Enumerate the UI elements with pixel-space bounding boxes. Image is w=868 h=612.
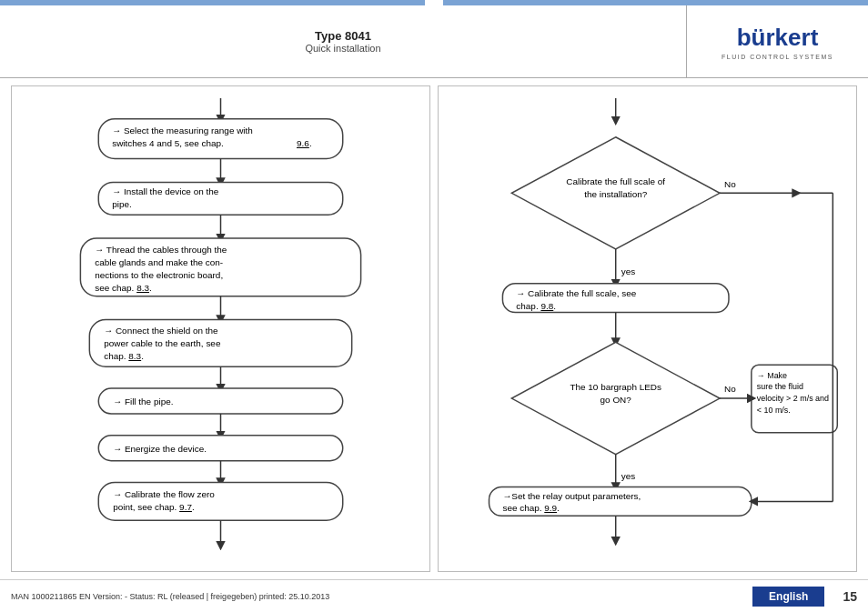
footer-doc-info: MAN 1000211865 EN Version: - Status: RL … [11, 592, 329, 601]
svg-text:chap. 9.8.: chap. 9.8. [516, 301, 556, 311]
svg-text:.: . [309, 138, 312, 148]
doc-title: Type 8041 [315, 29, 371, 43]
svg-text:Calibrate the full scale of: Calibrate the full scale of [566, 176, 665, 186]
svg-text:→    Calibrate the full scale,: → Calibrate the full scale, see [516, 288, 636, 298]
right-diagram-panel: Calibrate the full scale of the installa… [438, 85, 857, 572]
svg-text:→    Calibrate the flow zero: → Calibrate the flow zero [113, 489, 215, 499]
svg-text:yes: yes [621, 471, 635, 481]
svg-text:power cable to the earth, see: power cable to the earth, see [104, 338, 221, 348]
svg-text:→    Install the device on the: → Install the device on the [112, 186, 219, 196]
main-content: → Select the measuring range with switch… [0, 78, 868, 579]
language-badge: English [752, 587, 824, 607]
left-diagram-panel: → Select the measuring range with switch… [11, 85, 430, 572]
svg-text:nections to the electronic boa: nections to the electronic board, [95, 270, 223, 280]
page-number: 15 [843, 589, 857, 604]
logo-tagline: FLUID CONTROL SYSTEMS [722, 54, 833, 60]
svg-text:pipe.: pipe. [112, 199, 132, 209]
header: Type 8041 Quick installation bürkert FLU… [0, 5, 868, 78]
svg-text:→ Energize the device.: → Energize the device. [113, 444, 207, 454]
svg-text:→  Make: → Make [757, 371, 787, 380]
header-right: bürkert FLUID CONTROL SYSTEMS [686, 5, 868, 77]
burkert-logo: bürkert FLUID CONTROL SYSTEMS [722, 24, 833, 60]
svg-text:→Set the relay output paramete: →Set the relay output parameters, [502, 491, 641, 501]
svg-text:No: No [724, 179, 736, 189]
svg-text:→ Thread the cables through th: → Thread the cables through the [95, 245, 227, 255]
svg-text:No: No [724, 384, 736, 394]
header-left: Type 8041 Quick installation [0, 5, 686, 77]
svg-text:sure the fluid: sure the fluid [757, 382, 803, 391]
right-flowchart-svg: Calibrate the full scale of the installa… [446, 94, 849, 564]
svg-text:chap. 8.3.: chap. 8.3. [104, 351, 144, 361]
svg-text:9.6: 9.6 [297, 138, 309, 148]
svg-text:see chap. 9.9.: see chap. 9.9. [502, 503, 559, 513]
left-flowchart-svg: → Select the measuring range with switch… [19, 94, 422, 564]
svg-text:< 10 m/s.: < 10 m/s. [757, 406, 791, 415]
svg-text:→ Fill the pipe.: → Fill the pipe. [113, 396, 173, 406]
svg-text:→ Select the measuring range w: → Select the measuring range with [112, 125, 253, 135]
svg-text:velocity > 2 m/s and: velocity > 2 m/s and [757, 394, 829, 403]
svg-text:The 10 bargraph LEDs: The 10 bargraph LEDs [570, 382, 661, 392]
svg-text:go ON?: go ON? [601, 395, 632, 405]
logo-text: bürkert [737, 24, 819, 52]
svg-text:switches 4 and 5, see chap.: switches 4 and 5, see chap. [112, 138, 224, 148]
svg-text:point, see chap. 9.7.: point, see chap. 9.7. [113, 502, 195, 512]
footer: MAN 1000211865 EN Version: - Status: RL … [0, 579, 868, 612]
svg-text:→    Connect the shield on the: → Connect the shield on the [104, 326, 218, 336]
svg-text:the installation?: the installation? [584, 189, 648, 199]
svg-text:cable glands and make the con-: cable glands and make the con- [95, 257, 223, 267]
svg-text:see chap. 8.3.: see chap. 8.3. [95, 283, 151, 293]
doc-subtitle: Quick installation [305, 43, 380, 54]
svg-text:yes: yes [621, 266, 635, 276]
